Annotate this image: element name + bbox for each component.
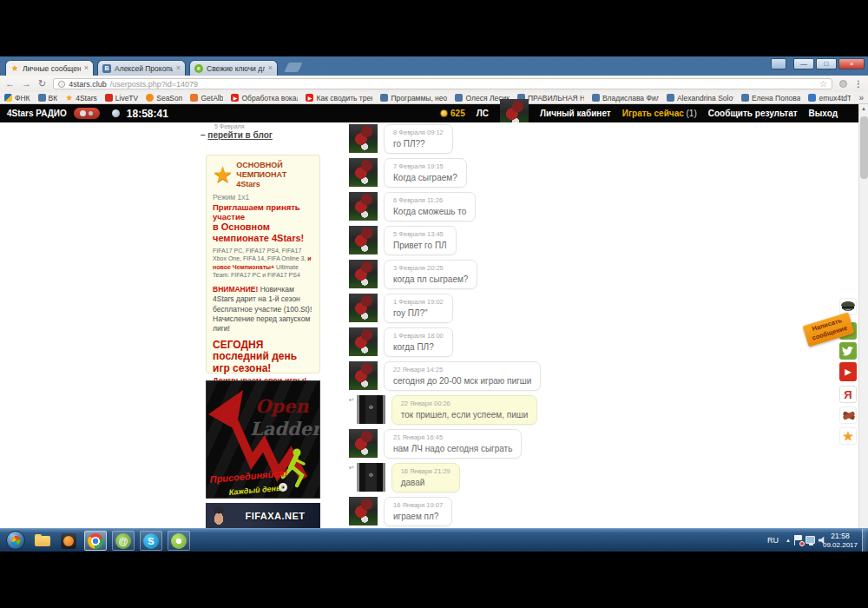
tab-close-icon[interactable]: ×	[176, 64, 181, 72]
tab-vk-profile[interactable]: В Алексей Прокопьев ×	[97, 60, 186, 76]
bookmark-item[interactable]: ВК	[38, 94, 58, 102]
bookmark-label: LiveTV	[115, 94, 138, 102]
site-header: 4Stars РАДИО 18:58:41 625 ЛС Личный каби…	[0, 104, 858, 122]
extension-icon[interactable]	[839, 80, 847, 88]
message-timestamp: 16 Января 19:07	[393, 501, 443, 509]
message-avatar[interactable]	[357, 463, 385, 492]
youtube-icon[interactable]: ▶	[839, 362, 857, 381]
scrollbar-thumb[interactable]	[860, 116, 868, 179]
promo-platforms: FIFA17 PC, FIFA17 PS4, FIFA17 Xbox One, …	[213, 247, 313, 280]
bookmark-item[interactable]: ▶ Обработка вокала -	[231, 94, 298, 102]
media-player-icon[interactable]	[57, 531, 80, 551]
yandex-icon[interactable]: Я	[839, 386, 857, 403]
coin-icon	[440, 109, 448, 117]
cabinet-link[interactable]: Личный кабинет	[540, 109, 611, 118]
tab-close-icon[interactable]: ×	[84, 64, 89, 72]
twitter-icon[interactable]	[839, 342, 857, 360]
message-avatar[interactable]	[349, 124, 378, 153]
message-avatar[interactable]	[349, 429, 378, 458]
icq-icon[interactable]	[168, 531, 190, 551]
close-button[interactable]: ×	[838, 58, 865, 69]
report-result-link[interactable]: Сообщить результат	[708, 109, 798, 118]
bookmark-item[interactable]: ★ 4Stars	[65, 94, 97, 102]
ladder-daily-text: Каждый день!	[228, 484, 283, 497]
network-icon[interactable]	[806, 536, 815, 544]
message-avatar[interactable]	[357, 395, 385, 424]
bookmark-item[interactable]: Программы, необх	[380, 94, 447, 102]
bookmark-star-icon[interactable]: ☆	[819, 79, 827, 89]
scrollbar-up-icon[interactable]: ▲	[859, 104, 868, 111]
message-avatar[interactable]	[349, 294, 378, 322]
action-center-flag-icon[interactable]	[794, 535, 803, 545]
bookmark-favicon	[380, 94, 388, 102]
fifaxa-banner[interactable]: FIFAXA.NET	[206, 503, 320, 528]
page-info-icon[interactable]: i	[58, 81, 65, 88]
promo-today-notice: СЕГОДНЯ последний день игр сезона!	[213, 340, 313, 374]
message-card: 22 Января 00:26 ток пришел, если успеем,…	[391, 395, 538, 425]
bookmark-label: ВК	[49, 94, 58, 102]
message-text: сегодня до 20-00 мск играю пигши	[393, 376, 531, 386]
back-icon[interactable]: ←	[5, 79, 15, 89]
page-scrollbar[interactable]: ▲	[858, 104, 868, 528]
play-now-link[interactable]: Играть сейчас (1)	[622, 109, 697, 118]
bookmark-favicon	[38, 94, 46, 102]
start-button[interactable]	[6, 531, 25, 550]
tab-private-messages[interactable]: ★ Личные сообщения Lo ×	[5, 60, 94, 76]
bookmark-item[interactable]: SeaSon	[146, 94, 182, 102]
bookmark-item[interactable]: ФНК	[4, 94, 30, 102]
handshake-icon[interactable]	[839, 406, 857, 424]
profile-button[interactable]	[771, 58, 786, 69]
bookmark-item[interactable]: LiveTV	[105, 94, 138, 102]
blog-link[interactable]: – перейти в блог	[201, 130, 273, 140]
skype-icon[interactable]: S	[140, 531, 162, 551]
message-card: 3 Февраля 20:25 когда пл сыграем?	[384, 260, 477, 289]
promo-attention: ВНИМАНИЕ! Новичкам 4Stars дарит на 1-й с…	[213, 285, 313, 333]
logout-link[interactable]: Выход	[809, 109, 838, 118]
address-bar[interactable]: i 4stars.club /userposts.php?id=14079 ☆	[53, 78, 832, 89]
explorer-icon[interactable]	[31, 531, 54, 551]
bookmark-label: SeaSon	[156, 94, 182, 102]
ladder-graphic: Open Ladder Присоединяйся! Каждый день!	[207, 381, 320, 499]
message-avatar[interactable]	[349, 260, 378, 288]
star-bookmark-icon[interactable]: ★	[839, 427, 857, 445]
message-avatar[interactable]	[349, 226, 378, 254]
tab-title: Личные сообщения Lo	[23, 64, 81, 73]
browser-menu-icon[interactable]: ⋮	[854, 79, 863, 89]
maximize-button[interactable]: □	[816, 58, 837, 69]
reply-mark-icon: ↵	[349, 396, 355, 404]
hidden-icons-arrow[interactable]: ▲	[786, 538, 791, 543]
message-avatar[interactable]	[349, 497, 378, 525]
minimize-button[interactable]: —	[793, 58, 814, 69]
message-text: гоу ПЛ?"	[393, 308, 444, 318]
message-avatar[interactable]	[349, 192, 378, 221]
mailru-agent-icon[interactable]: @	[112, 531, 135, 551]
language-indicator[interactable]: RU	[767, 536, 779, 545]
message-text: го ПЛ??	[393, 139, 444, 149]
promo-invite-line1: Приглашаем принять участие	[213, 202, 313, 221]
forward-icon[interactable]: →	[22, 79, 31, 89]
tab-nod-keys[interactable]: e Свежие ключи для NO ×	[189, 60, 278, 76]
tab-close-icon[interactable]: ×	[268, 64, 273, 72]
taskbar-clock[interactable]: 21:58 09.02.2017	[821, 532, 859, 550]
message-card: 1 Февраля 18:00 когда ПЛ?	[384, 327, 453, 357]
coins-balance[interactable]: 625	[440, 109, 465, 118]
message-avatar[interactable]	[349, 158, 378, 187]
message-avatar[interactable]	[349, 327, 378, 356]
message-avatar[interactable]	[349, 361, 378, 390]
bookmark-item[interactable]: GetAlb	[190, 94, 223, 102]
show-desktop-button[interactable]	[862, 529, 868, 552]
tab-favicon: ★	[10, 64, 19, 73]
private-messages-link[interactable]: ЛС	[477, 109, 489, 118]
message-text: ток пришел, если успеем, пиши	[401, 410, 529, 420]
bookmark-item[interactable]: ▶ Как сводить треки и	[306, 94, 372, 102]
reload-icon[interactable]: ↻	[38, 79, 46, 89]
bookmarks-overflow-icon[interactable]: »	[858, 93, 864, 102]
bookmark-label: GetAlb	[201, 94, 223, 102]
open-ladder-banner[interactable]: Open Ladder Присоединяйся! Каждый день!	[206, 380, 320, 499]
url-path: /userposts.php?id=14079	[110, 80, 816, 89]
chrome-taskbar-icon[interactable]	[84, 531, 107, 551]
message-timestamp: 8 Февраля 09:12	[393, 129, 444, 136]
message-text: когда ПЛ?	[393, 342, 444, 352]
radio-player-controls[interactable]	[74, 108, 100, 119]
message-card: 21 Января 16:45 нам ЛЧ надо сегодня сыгр…	[384, 429, 522, 459]
